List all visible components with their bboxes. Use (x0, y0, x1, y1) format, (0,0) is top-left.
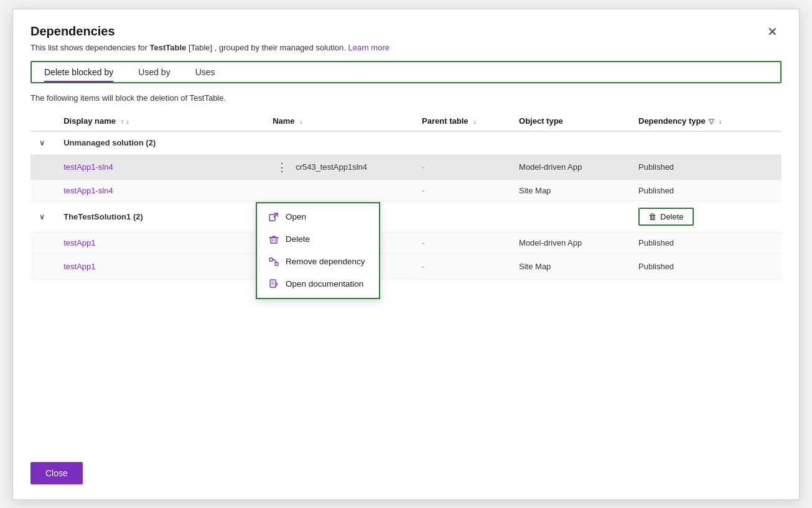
svg-rect-7 (270, 280, 276, 287)
entity-type: [Table] (189, 43, 212, 52)
dep-sort-icon[interactable]: ↓ (719, 118, 722, 125)
col-dep-header[interactable]: Dependency type ▽ ↓ (632, 111, 782, 131)
row2-parent: - (416, 180, 513, 201)
table-header-row: Display name ↑ ↓ Name ↓ Parent table ↓ O… (30, 111, 782, 131)
parent-sort-icon[interactable]: ↓ (473, 118, 477, 125)
row1-more-button[interactable]: ⋮ (273, 160, 292, 174)
block-message: The following items will block the delet… (30, 93, 782, 103)
table-row: testApp1-sln4 - Site Map Published (30, 180, 782, 201)
group-thetest-delete-cell: 🗑 Delete (632, 201, 782, 233)
group-unmanaged-expand[interactable]: ∨ (30, 131, 57, 155)
row2-name (266, 180, 416, 201)
dialog-close-button[interactable]: ✕ (763, 24, 782, 39)
delete-label: Delete (660, 212, 684, 221)
col-object-header: Object type (513, 111, 632, 131)
group-thetest-expand[interactable]: ∨ (30, 201, 57, 233)
context-open-label: Open (286, 212, 306, 221)
dependencies-dialog: Dependencies ✕ This list shows dependenc… (12, 9, 800, 500)
col-expand-header (30, 111, 57, 131)
col-dep-label: Dependency type (638, 116, 706, 126)
row1-display-link[interactable]: testApp1-sln4 (63, 162, 113, 172)
row1-display: testApp1-sln4 (57, 154, 266, 180)
row4-display: testApp1 (57, 254, 266, 280)
row1-object-type: Model-driven App (513, 154, 632, 180)
row1-more-cell: ⋮ cr543_testApp1sln4 (266, 155, 416, 180)
row2-object-type: Site Map (513, 180, 632, 201)
subtitle-prefix: This list shows dependencies for (30, 43, 149, 52)
col-object-label: Object type (519, 116, 563, 126)
dialog-subtitle: This list shows dependencies for TestTab… (30, 43, 782, 52)
context-item-remove-dep[interactable]: Remove dependency (257, 251, 379, 273)
row2-display-link[interactable]: testApp1-sln4 (63, 186, 113, 195)
subtitle-suffix: , grouped by their managed solution. (215, 43, 346, 52)
tab-used-by[interactable]: Used by (126, 62, 182, 82)
col-name-header[interactable]: Name ↓ (266, 111, 416, 131)
delete-context-icon (268, 234, 279, 245)
chevron-thetest[interactable]: ∨ (37, 212, 47, 222)
group-thetest-delete-button[interactable]: 🗑 Delete (638, 208, 694, 226)
dependencies-table: Display name ↑ ↓ Name ↓ Parent table ↓ O… (30, 111, 782, 280)
dialog-header: Dependencies ✕ (30, 24, 782, 39)
dep-filter-icon[interactable]: ▽ (709, 118, 714, 126)
tab-uses[interactable]: Uses (183, 62, 228, 82)
row3-display: testApp1 (57, 233, 266, 254)
row4-parent: - (416, 254, 513, 280)
col-display-header[interactable]: Display name ↑ ↓ (57, 111, 266, 131)
col-display-label: Display name (63, 116, 116, 126)
context-delete-label: Delete (286, 234, 310, 244)
col-parent-label: Parent table (422, 116, 468, 126)
row3-parent: - (416, 233, 513, 254)
context-item-open[interactable]: Open (257, 206, 379, 228)
row4-dep-type: Published (632, 254, 782, 280)
display-sort-icon[interactable]: ↑ ↓ (121, 118, 129, 125)
tabs-container: Delete blocked by Used by Uses (30, 61, 782, 83)
context-menu: Open Delete (256, 202, 380, 299)
row3-expand-cell (30, 233, 57, 254)
context-item-delete[interactable]: Delete (257, 228, 379, 251)
context-open-doc-label: Open documentation (286, 279, 363, 289)
remove-dep-icon (268, 256, 279, 267)
row3-object-type: Model-driven App (513, 233, 632, 254)
svg-line-1 (274, 213, 278, 217)
svg-rect-6 (275, 262, 278, 266)
dialog-footer: Close (30, 462, 782, 484)
row1-dep-type: Published (632, 154, 782, 180)
row2-display: testApp1-sln4 (57, 180, 266, 201)
group-unmanaged: ∨ Unmanaged solution (2) (30, 131, 782, 155)
name-sort-icon[interactable]: ↓ (299, 118, 303, 125)
row1-expand-cell (30, 154, 57, 180)
row4-expand-cell (30, 254, 57, 280)
svg-rect-2 (271, 238, 277, 243)
learn-more-link[interactable]: Learn more (348, 43, 389, 52)
row1-parent: - (416, 154, 513, 180)
col-name-label: Name (273, 116, 294, 126)
row2-expand-cell (30, 180, 57, 201)
table-row: testApp1-sln4 ⋮ cr543_testApp1sln4 - Mod… (30, 154, 782, 180)
delete-icon: 🗑 (648, 212, 656, 221)
open-icon (268, 211, 279, 223)
svg-rect-5 (269, 258, 273, 261)
context-remove-dep-label: Remove dependency (286, 257, 365, 266)
row4-object-type: Site Map (513, 254, 632, 280)
dependencies-table-container: Display name ↑ ↓ Name ↓ Parent table ↓ O… (30, 111, 782, 447)
row3-dep-type: Published (632, 233, 782, 254)
svg-rect-0 (269, 215, 275, 221)
group-unmanaged-label: Unmanaged solution (2) (57, 131, 782, 155)
group-thetest: ∨ TheTestSolution1 (2) 🗑 Delete (30, 201, 782, 233)
col-parent-header[interactable]: Parent table ↓ (416, 111, 513, 131)
open-doc-icon (268, 279, 279, 290)
close-footer-button[interactable]: Close (30, 462, 83, 484)
row2-dep-type: Published (632, 180, 782, 201)
context-item-open-doc[interactable]: Open documentation (257, 273, 379, 295)
entity-name: TestTable (149, 43, 186, 52)
table-row: testApp1 - Model-driven App Published (30, 233, 782, 254)
table-row: testApp1 ⋮ testApp1 - Site Map Published (30, 254, 782, 280)
chevron-unmanaged[interactable]: ∨ (37, 138, 47, 148)
row1-name: cr543_testApp1sln4 (296, 162, 367, 172)
row3-display-link[interactable]: testApp1 (63, 238, 95, 247)
dialog-title: Dependencies (30, 24, 115, 39)
row4-display-link[interactable]: testApp1 (63, 262, 95, 271)
tab-delete-blocked-by[interactable]: Delete blocked by (32, 62, 126, 82)
